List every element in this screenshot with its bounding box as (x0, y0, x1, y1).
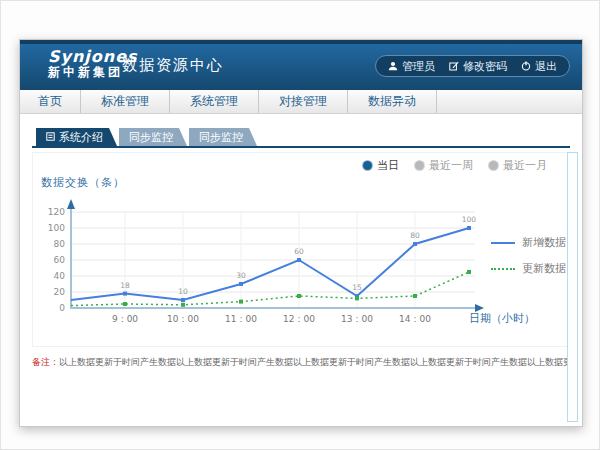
green-dotted-line-sample (491, 268, 515, 270)
main-nav: 首页 标准管理 系统管理 对接管理 数据异动 (20, 90, 582, 114)
user-toolbar: 管理员 修改密码 退出 (375, 55, 570, 77)
footnote-prefix: 备注： (32, 357, 59, 367)
nav-item-standard-mgmt[interactable]: 标准管理 (81, 90, 170, 113)
chart-area: 0204060801001209：0010：0011：0012：0013：001… (41, 191, 491, 335)
time-range-filters: 当日 最近一周 最近一月 (363, 158, 547, 173)
logout-button[interactable]: 退出 (521, 59, 557, 74)
chart-legend: 新增数据 更新数据 (491, 235, 566, 287)
svg-text:0: 0 (59, 303, 65, 313)
svg-text:40: 40 (54, 271, 66, 281)
svg-text:120: 120 (48, 207, 65, 217)
page-title: 数据资源中心 (122, 56, 224, 75)
radio-last-month-label: 最近一月 (503, 158, 547, 173)
tab-label: 系统介绍 (59, 130, 103, 145)
radio-selected-icon (363, 161, 372, 170)
svg-text:20: 20 (54, 287, 66, 297)
person-icon (388, 61, 398, 71)
radio-unselected-icon (415, 161, 424, 170)
power-icon (521, 61, 531, 71)
svg-text:80: 80 (54, 239, 66, 249)
nav-item-home[interactable]: 首页 (20, 90, 81, 113)
tab-sync-monitor-1[interactable]: 同步监控 (119, 128, 187, 146)
x-axis-title: 日期（小时） (469, 311, 535, 326)
svg-text:15: 15 (352, 283, 362, 292)
change-password-label: 修改密码 (463, 59, 507, 74)
radio-today-label: 当日 (377, 158, 399, 173)
admin-user-label: 管理员 (402, 59, 435, 74)
admin-user-button[interactable]: 管理员 (388, 59, 435, 74)
legend-label: 新增数据 (522, 235, 566, 250)
radio-unselected-icon (489, 161, 498, 170)
svg-text:10：00: 10：00 (167, 314, 199, 324)
edit-icon (449, 61, 459, 71)
radio-last-month[interactable]: 最近一月 (489, 158, 547, 173)
radio-last-week-label: 最近一周 (429, 158, 473, 173)
tab-bar: 系统介绍 同步监控 同步监控 (36, 128, 257, 146)
nav-item-interface-mgmt[interactable]: 对接管理 (259, 90, 348, 113)
blue-line-sample (491, 242, 515, 244)
document-icon (46, 131, 55, 144)
svg-text:11：00: 11：00 (225, 314, 257, 324)
footnote: 备注：以上数据更新于时间产生数据以上数据更新于时间产生数据以上数据更新于时间产生… (32, 356, 570, 369)
legend-item-updated-data: 更新数据 (491, 261, 566, 276)
nav-item-system-mgmt[interactable]: 系统管理 (170, 90, 259, 113)
logout-label: 退出 (535, 59, 557, 74)
svg-text:12：00: 12：00 (283, 314, 315, 324)
chart-panel: 当日 最近一周 最近一月 数据交换（条） 0204060801001209：00… (32, 152, 572, 347)
svg-text:60: 60 (294, 247, 304, 256)
footnote-text: 以上数据更新于时间产生数据以上数据更新于时间产生数据以上数据更新于时间产生数据以… (59, 357, 570, 367)
vertical-scrollbar[interactable] (567, 152, 578, 422)
svg-text:60: 60 (54, 255, 66, 265)
radio-last-week[interactable]: 最近一周 (415, 158, 473, 173)
svg-text:18: 18 (120, 281, 130, 290)
radio-today[interactable]: 当日 (363, 158, 399, 173)
svg-text:100: 100 (48, 223, 65, 233)
legend-label: 更新数据 (522, 261, 566, 276)
svg-text:14：00: 14：00 (399, 314, 431, 324)
legend-item-new-data: 新增数据 (491, 235, 566, 250)
svg-text:80: 80 (410, 231, 420, 240)
nav-item-data-change[interactable]: 数据异动 (348, 90, 437, 113)
svg-text:13：00: 13：00 (341, 314, 373, 324)
svg-text:30: 30 (236, 271, 246, 280)
y-axis-title: 数据交换（条） (41, 175, 125, 190)
svg-text:9：00: 9：00 (112, 314, 138, 324)
svg-text:10: 10 (178, 287, 188, 296)
line-chart: 0204060801001209：0010：0011：0012：0013：001… (41, 191, 491, 331)
change-password-button[interactable]: 修改密码 (449, 59, 507, 74)
svg-text:100: 100 (462, 215, 477, 224)
tab-system-intro[interactable]: 系统介绍 (36, 128, 117, 146)
page-background: Synjones 新中新集团 数据资源中心 管理员 修改密码 (0, 0, 600, 450)
tab-underline (32, 146, 570, 148)
app-header: Synjones 新中新集团 数据资源中心 管理员 修改密码 (20, 40, 582, 90)
app-window: Synjones 新中新集团 数据资源中心 管理员 修改密码 (19, 39, 583, 427)
tab-sync-monitor-2[interactable]: 同步监控 (189, 128, 257, 146)
tab-label: 同步监控 (129, 130, 173, 145)
tab-label: 同步监控 (199, 130, 243, 145)
